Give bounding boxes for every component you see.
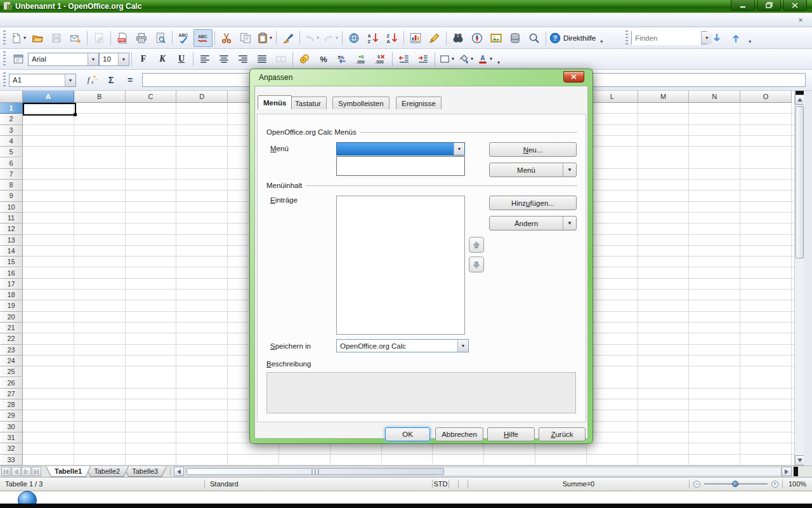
- horizontal-split-box[interactable]: [794, 467, 798, 476]
- zoom-button[interactable]: [525, 29, 544, 47]
- row-header-8[interactable]: 8: [0, 180, 23, 190]
- column-header-M[interactable]: M: [638, 91, 690, 103]
- row-header-33[interactable]: 33: [0, 455, 23, 465]
- row-header-10[interactable]: 10: [0, 202, 23, 213]
- move-down-button[interactable]: [469, 257, 484, 272]
- toolbar-overflow-button[interactable]: ▾: [597, 30, 606, 46]
- find-input-combo[interactable]: ▼: [631, 31, 707, 44]
- scroll-right-button[interactable]: [782, 467, 792, 476]
- row-header-2[interactable]: 2: [0, 114, 23, 124]
- auto-spellcheck-button[interactable]: ABC: [193, 29, 213, 47]
- column-header-L[interactable]: L: [587, 91, 638, 103]
- gallery-button[interactable]: [487, 29, 506, 47]
- print-button[interactable]: [132, 29, 151, 47]
- bold-button[interactable]: F: [134, 50, 153, 68]
- format-paintbrush-button[interactable]: [278, 29, 298, 47]
- close-document-icon[interactable]: ×: [796, 15, 806, 25]
- row-header-26[interactable]: 26: [0, 378, 23, 389]
- page-style-field[interactable]: Standard: [204, 479, 432, 488]
- row-header-27[interactable]: 27: [0, 389, 23, 399]
- row-header-11[interactable]: 11: [0, 213, 23, 224]
- close-button[interactable]: [783, 0, 807, 11]
- decrease-indent-button[interactable]: [395, 50, 414, 68]
- delete-decimal-button[interactable]: 0.000: [371, 50, 390, 68]
- data-sources-button[interactable]: [506, 29, 525, 47]
- row-header-14[interactable]: 14: [0, 246, 23, 257]
- chevron-down-icon[interactable]: ▾: [336, 36, 338, 41]
- percent-format-button[interactable]: %: [314, 50, 333, 68]
- open-folder-button[interactable]: [28, 29, 47, 47]
- copy-button[interactable]: [236, 29, 255, 47]
- toolbar-grip[interactable]: [3, 30, 6, 46]
- dialog-tab-0[interactable]: Menüs: [258, 95, 292, 109]
- chevron-down-icon[interactable]: ▾: [490, 57, 492, 62]
- row-header-30[interactable]: 30: [0, 422, 23, 432]
- align-justify-button[interactable]: [252, 50, 272, 68]
- italic-button[interactable]: K: [153, 50, 172, 68]
- sum-button[interactable]: Σ: [102, 71, 121, 89]
- menu-actions-button[interactable]: Menü ▼: [489, 163, 577, 177]
- column-header-B[interactable]: B: [74, 91, 126, 103]
- horizontal-scrollbar[interactable]: [185, 467, 782, 476]
- align-left-button[interactable]: [195, 50, 214, 68]
- row-header-4[interactable]: 4: [0, 136, 23, 147]
- row-header-12[interactable]: 12: [0, 224, 23, 234]
- pdf-export-button[interactable]: PDF: [113, 29, 132, 47]
- zoom-out-icon[interactable]: −: [693, 481, 700, 488]
- add-commands-button[interactable]: Hinzufügen...: [489, 196, 577, 210]
- find-input[interactable]: [632, 30, 701, 45]
- borders-button[interactable]: ▾: [437, 50, 456, 68]
- select-all-corner[interactable]: [0, 91, 23, 103]
- chevron-down-icon[interactable]: ▾: [471, 57, 473, 62]
- insert-chart-button[interactable]: [406, 29, 425, 47]
- zoom-level-field[interactable]: 100%: [782, 479, 812, 488]
- horizontal-scroll-thumb[interactable]: [187, 468, 444, 475]
- chevron-down-icon[interactable]: ▼: [563, 163, 576, 177]
- currency-format-button[interactable]: [295, 50, 314, 68]
- toolbar-grip[interactable]: [3, 51, 6, 67]
- align-center-button[interactable]: [214, 50, 233, 68]
- column-header-D[interactable]: D: [176, 91, 228, 103]
- dialog-tab-2[interactable]: Symbolleisten: [332, 97, 390, 109]
- column-header-O[interactable]: O: [740, 91, 792, 103]
- sort-ascending-button[interactable]: AZ: [363, 29, 383, 47]
- underline-button[interactable]: U: [172, 50, 191, 68]
- sheet-last-button[interactable]: [32, 467, 41, 476]
- row-header-13[interactable]: 13: [0, 235, 23, 246]
- standard-format-button[interactable]: 5%: [333, 50, 352, 68]
- toolbar-overflow-button[interactable]: ▾: [494, 51, 503, 67]
- sheet-tab-tabelle1[interactable]: Tabelle1: [46, 466, 91, 477]
- font-color-button[interactable]: A▾: [475, 50, 494, 68]
- chevron-down-icon[interactable]: ▾: [317, 36, 319, 41]
- help-button[interactable]: ?Direkthilfe: [548, 29, 597, 47]
- entries-list[interactable]: [336, 196, 465, 335]
- row-header-5[interactable]: 5: [0, 147, 23, 157]
- toolbar-grip[interactable]: [3, 72, 6, 88]
- column-header-A[interactable]: A: [23, 91, 74, 103]
- email-button[interactable]: [66, 29, 85, 47]
- align-right-button[interactable]: [233, 50, 252, 68]
- help-button[interactable]: Hilfe: [487, 427, 535, 441]
- row-header-20[interactable]: 20: [0, 312, 23, 323]
- restore-button[interactable]: [757, 0, 781, 11]
- spellcheck-button[interactable]: ABC: [174, 29, 193, 47]
- chevron-down-icon[interactable]: ▾: [23, 36, 26, 41]
- font-name-select[interactable]: Arial▼: [28, 53, 99, 66]
- modify-button[interactable]: Ändern ▼: [489, 216, 577, 231]
- row-header-23[interactable]: 23: [0, 345, 23, 356]
- sheet-next-button[interactable]: [22, 467, 31, 476]
- sum-field[interactable]: Summe=0: [468, 479, 689, 488]
- column-header-C[interactable]: C: [126, 91, 177, 103]
- row-header-22[interactable]: 22: [0, 333, 23, 344]
- paste-button[interactable]: ▾: [255, 29, 274, 47]
- sheet-tab-tabelle3[interactable]: Tabelle3: [123, 466, 167, 477]
- chevron-down-icon[interactable]: ▼: [88, 53, 98, 65]
- row-header-9[interactable]: 9: [0, 190, 23, 201]
- sheet-tab-tabelle2[interactable]: Tabelle2: [85, 466, 129, 477]
- row-header-17[interactable]: 17: [0, 279, 23, 290]
- function-wizard-button[interactable]: fx: [82, 71, 102, 89]
- chevron-down-icon[interactable]: ▼: [65, 74, 75, 86]
- equals-button[interactable]: =: [121, 71, 140, 89]
- font-size-select[interactable]: 10▼: [99, 53, 129, 66]
- row-header-1[interactable]: 1: [0, 103, 23, 114]
